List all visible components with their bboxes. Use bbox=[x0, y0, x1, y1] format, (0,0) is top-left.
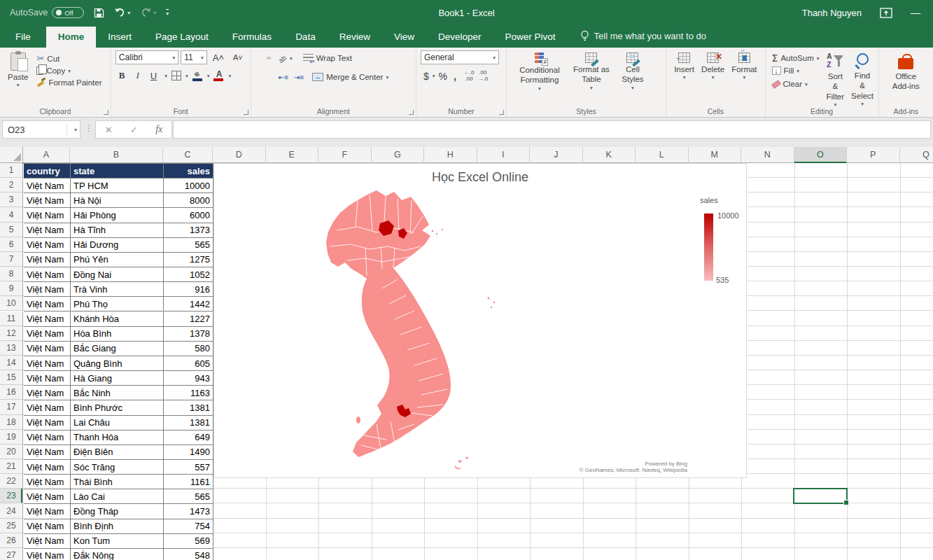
table-cell[interactable]: Hà Tĩnh bbox=[71, 223, 164, 238]
autosave-toggle[interactable]: AutoSave Off bbox=[10, 7, 84, 18]
table-cell[interactable]: TP HCM bbox=[71, 178, 164, 193]
formula-input[interactable] bbox=[173, 120, 931, 139]
wrap-text-button[interactable]: Wrap Text bbox=[301, 52, 354, 64]
tab-formulas[interactable]: Formulas bbox=[220, 27, 283, 48]
column-header-J[interactable]: J bbox=[530, 147, 583, 163]
paste-button[interactable]: Paste ▾ bbox=[4, 50, 31, 91]
user-account[interactable]: Thanh Nguyen bbox=[802, 8, 862, 18]
row-header-24[interactable]: 24 bbox=[0, 503, 23, 518]
table-cell[interactable]: Việt Nam bbox=[24, 371, 71, 386]
name-box[interactable]: O23 ▾ bbox=[2, 120, 80, 139]
table-cell[interactable]: Việt Nam bbox=[24, 282, 71, 297]
table-cell[interactable]: 754 bbox=[164, 519, 213, 534]
fill-button[interactable]: ↓Fill▾ bbox=[770, 65, 822, 76]
table-cell[interactable]: Việt Nam bbox=[24, 534, 71, 549]
conditional-formatting-button[interactable]: Conditional Formatting ▾ bbox=[511, 50, 568, 94]
table-cell[interactable]: Lào Cai bbox=[71, 489, 164, 504]
column-header-D[interactable]: D bbox=[213, 147, 266, 163]
table-cell[interactable]: Hà Giang bbox=[71, 371, 164, 386]
table-cell[interactable]: Bình Phước bbox=[71, 400, 164, 415]
row-header-2[interactable]: 2 bbox=[0, 178, 23, 192]
confirm-entry-button[interactable]: ✓ bbox=[130, 125, 138, 135]
align-middle-button[interactable] bbox=[261, 57, 265, 59]
percent-style-button[interactable]: % bbox=[435, 71, 449, 82]
table-cell[interactable]: 1275 bbox=[164, 253, 213, 267]
tell-me-box[interactable]: Tell me what you want to do bbox=[580, 30, 706, 48]
column-header-O[interactable]: O bbox=[794, 147, 848, 163]
insert-function-button[interactable]: fx bbox=[155, 124, 162, 135]
table-cell[interactable]: Phú Thọ bbox=[71, 297, 164, 312]
column-header-P[interactable]: P bbox=[847, 147, 900, 163]
table-cell[interactable]: 1442 bbox=[164, 297, 213, 312]
table-cell[interactable]: Việt Nam bbox=[24, 504, 71, 519]
redo-dropdown-icon[interactable]: ▾ bbox=[153, 10, 156, 16]
column-header-M[interactable]: M bbox=[689, 147, 742, 163]
customize-qat-button[interactable]: ▾ bbox=[166, 9, 169, 17]
format-dropdown-icon[interactable]: ▾ bbox=[743, 74, 745, 80]
table-cell[interactable]: Việt Nam bbox=[24, 549, 71, 560]
accounting-format-button[interactable]: $ bbox=[421, 71, 432, 82]
borders-dropdown-icon[interactable]: ▾ bbox=[185, 73, 188, 79]
table-cell[interactable]: 1161 bbox=[164, 475, 213, 489]
row-header-12[interactable]: 12 bbox=[0, 326, 23, 341]
shrink-font-button[interactable]: A˅ bbox=[230, 52, 246, 62]
autosum-dropdown-icon[interactable]: ▾ bbox=[817, 55, 820, 62]
table-cell[interactable]: Đồng Nai bbox=[71, 267, 164, 282]
alignment-dialog-launcher[interactable] bbox=[409, 110, 414, 115]
table-cell[interactable]: Sóc Trăng bbox=[71, 460, 164, 475]
table-cell[interactable]: 580 bbox=[164, 342, 213, 356]
table-cell[interactable]: Hòa Bình bbox=[71, 327, 164, 342]
table-cell[interactable]: 1473 bbox=[164, 504, 213, 519]
table-cell[interactable]: 6000 bbox=[164, 208, 213, 223]
table-cell[interactable]: Việt Nam bbox=[24, 297, 71, 312]
font-color-button[interactable]: A bbox=[213, 71, 224, 81]
table-cell[interactable]: Việt Nam bbox=[24, 489, 71, 504]
table-cell[interactable]: Việt Nam bbox=[24, 178, 71, 193]
column-header-Q[interactable]: Q bbox=[900, 147, 933, 163]
copy-button[interactable]: Copy▾ bbox=[34, 65, 104, 76]
fill-dropdown-icon[interactable]: ▾ bbox=[797, 68, 799, 74]
office-addins-button[interactable]: Office Add-ins bbox=[883, 50, 929, 94]
tab-insert[interactable]: Insert bbox=[96, 27, 143, 48]
table-cell[interactable]: 1378 bbox=[164, 327, 213, 342]
column-header-N[interactable]: N bbox=[741, 147, 794, 163]
align-bottom-button[interactable] bbox=[267, 57, 271, 59]
table-cell[interactable]: 1052 bbox=[164, 267, 213, 282]
format-painter-button[interactable]: Format Painter bbox=[34, 76, 104, 88]
accounting-dropdown-icon[interactable]: ▾ bbox=[433, 73, 435, 79]
table-cell[interactable]: Phú Yên bbox=[71, 253, 164, 267]
font-size-select[interactable]: 11▾ bbox=[181, 50, 206, 64]
fill-color-dropdown-icon[interactable]: ▾ bbox=[207, 73, 210, 79]
underline-button[interactable]: U bbox=[147, 70, 160, 82]
table-cell[interactable]: 569 bbox=[164, 534, 213, 549]
table-cell[interactable]: Bắc Ninh bbox=[71, 386, 164, 400]
column-header-L[interactable]: L bbox=[636, 147, 689, 163]
table-header-cell[interactable]: state bbox=[71, 164, 164, 178]
table-cell[interactable]: Kon Tum bbox=[71, 534, 164, 549]
comma-style-button[interactable]: , bbox=[451, 71, 459, 82]
row-header-13[interactable]: 13 bbox=[0, 341, 23, 356]
autosum-button[interactable]: ΣAutoSum▾ bbox=[770, 51, 822, 65]
table-cell[interactable]: Điện Biên bbox=[71, 445, 164, 460]
table-cell[interactable]: Việt Nam bbox=[24, 356, 71, 371]
increase-decimal-button[interactable]: ←.0.00 bbox=[464, 70, 475, 83]
table-cell[interactable]: Việt Nam bbox=[24, 193, 71, 208]
row-header-18[interactable]: 18 bbox=[0, 415, 23, 430]
table-cell[interactable]: 916 bbox=[164, 282, 213, 297]
table-cell[interactable]: Đồng Tháp bbox=[71, 504, 164, 519]
align-right-button[interactable] bbox=[267, 76, 271, 78]
font-name-select[interactable]: Calibri▾ bbox=[115, 50, 179, 64]
number-format-select[interactable]: General▾ bbox=[421, 50, 499, 64]
font-dialog-launcher[interactable] bbox=[244, 110, 248, 115]
cell-styles-button[interactable]: Cell Styles ▾ bbox=[615, 50, 651, 93]
table-cell[interactable]: Việt Nam bbox=[24, 386, 71, 400]
table-cell[interactable]: 548 bbox=[164, 549, 213, 560]
font-color-dropdown-icon[interactable]: ▾ bbox=[228, 73, 231, 79]
row-header-16[interactable]: 16 bbox=[0, 385, 23, 400]
copy-dropdown-icon[interactable]: ▾ bbox=[68, 68, 71, 74]
table-cell[interactable]: Việt Nam bbox=[24, 416, 71, 430]
table-cell[interactable]: Đắk Nông bbox=[71, 549, 164, 560]
table-cell[interactable]: Việt Nam bbox=[24, 342, 71, 356]
table-cell[interactable]: 1381 bbox=[164, 400, 213, 415]
table-cell[interactable]: Hà Nội bbox=[71, 193, 164, 208]
